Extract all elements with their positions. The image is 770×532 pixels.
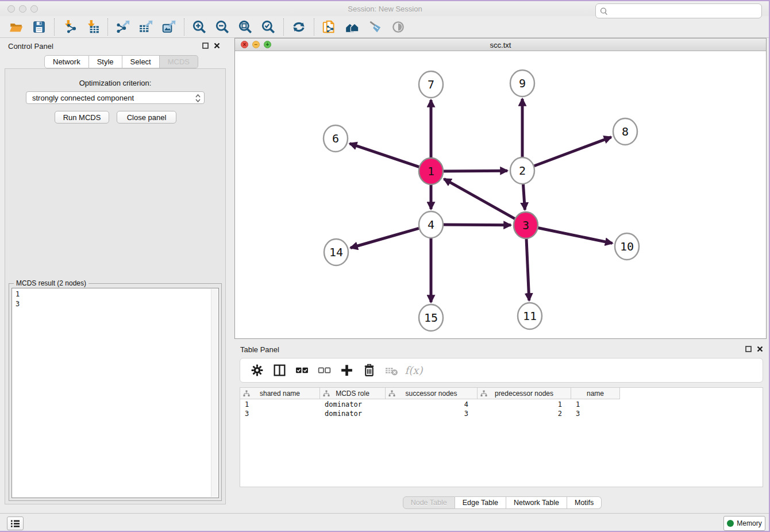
cell-name[interactable]: 1 — [571, 400, 620, 409]
cell-predecessor-nodes[interactable]: 1 — [478, 400, 571, 409]
node-9[interactable]: 9 — [510, 70, 534, 97]
import-network-icon[interactable] — [58, 17, 81, 37]
node-4[interactable]: 4 — [419, 211, 443, 238]
control-panel-tabs: NetworkStyleSelectMCDS — [44, 55, 198, 68]
checkboxes-checked-icon[interactable] — [293, 362, 310, 379]
search-box[interactable] — [595, 3, 762, 18]
save-session-icon[interactable] — [28, 17, 51, 37]
cell-shared-name[interactable]: 1 — [240, 400, 320, 409]
cell-predecessor-nodes[interactable]: 2 — [478, 409, 571, 418]
network-file-icon[interactable] — [318, 17, 341, 37]
cell-successor-nodes[interactable]: 3 — [386, 409, 478, 418]
network-window-titlebar[interactable]: × − + scc.txt — [235, 38, 766, 51]
node-table[interactable]: shared name MCDS role successor nodes pr… — [240, 387, 763, 487]
node-2[interactable]: 2 — [510, 157, 534, 184]
result-scrollbar[interactable] — [211, 289, 218, 497]
criterion-dropdown[interactable]: strongly connected component — [26, 91, 205, 104]
zoom-fit-icon[interactable] — [234, 17, 257, 37]
table-row[interactable]: 1dominator411 — [240, 400, 620, 409]
cell-name[interactable]: 3 — [571, 409, 620, 418]
node-7[interactable]: 7 — [419, 71, 443, 98]
column-header-MCDS-role[interactable]: MCDS role — [320, 388, 386, 399]
node-1[interactable]: 1 — [419, 158, 443, 184]
open-file-icon[interactable] — [5, 17, 28, 37]
svg-text:4: 4 — [428, 218, 434, 232]
svg-text:15: 15 — [424, 311, 438, 325]
svg-text:1: 1 — [428, 164, 434, 178]
node-3[interactable]: 3 — [514, 212, 538, 238]
task-history-button[interactable] — [7, 516, 24, 530]
home-icon[interactable] — [341, 17, 364, 37]
tab-network-table[interactable]: Network Table — [506, 496, 567, 509]
cell-MCDS-role[interactable]: dominator — [320, 409, 386, 418]
memory-button[interactable]: Memory — [723, 516, 765, 531]
edge-2-3[interactable] — [523, 183, 525, 210]
edge-4-14[interactable] — [351, 228, 420, 248]
settings-icon[interactable] — [248, 362, 265, 379]
table-panel-title: Table Panel — [240, 345, 279, 354]
svg-text:10: 10 — [620, 240, 634, 253]
svg-text:14: 14 — [329, 245, 343, 259]
close-panel-icon[interactable] — [214, 43, 220, 49]
float-panel-icon[interactable] — [202, 43, 209, 49]
split-columns-icon[interactable] — [271, 362, 288, 379]
import-table-icon[interactable] — [81, 17, 104, 37]
edge-1-2[interactable] — [442, 171, 507, 171]
delete-icon[interactable] — [360, 362, 378, 379]
column-header-shared-name[interactable]: shared name — [240, 388, 320, 399]
network-canvas[interactable]: 7 9 6 8 1 2 4 3 14 10 15 11 — [235, 51, 766, 338]
export-table-icon[interactable] — [134, 17, 157, 37]
criterion-value: strongly connected component — [32, 94, 134, 102]
tab-mcds[interactable]: MCDS — [160, 55, 198, 68]
svg-text:3: 3 — [522, 218, 529, 232]
export-network-icon[interactable] — [111, 17, 134, 37]
column-header-predecessor-nodes[interactable]: predecessor nodes — [478, 388, 571, 399]
column-header-successor-nodes[interactable]: successor nodes — [386, 388, 478, 399]
node-14[interactable]: 14 — [324, 239, 348, 265]
add-icon[interactable] — [338, 362, 355, 379]
run-mcds-button[interactable]: Run MCDS — [55, 111, 109, 124]
tab-edge-table[interactable]: Edge Table — [455, 496, 506, 509]
edge-3-10[interactable] — [537, 228, 613, 243]
node-8[interactable]: 8 — [613, 118, 637, 145]
column-header-name[interactable]: name — [571, 388, 620, 399]
refresh-network-icon[interactable] — [287, 17, 310, 37]
tab-style[interactable]: Style — [89, 55, 122, 68]
float-panel-icon[interactable] — [745, 346, 752, 352]
checkboxes-unchecked-icon[interactable] — [315, 362, 333, 379]
node-6[interactable]: 6 — [324, 125, 348, 152]
svg-text:8: 8 — [622, 125, 629, 138]
table-panel: Table Panel f(x) shared name MCDS role s… — [234, 342, 770, 513]
node-15[interactable]: 15 — [419, 304, 443, 331]
edge-3-1[interactable] — [444, 179, 516, 219]
tab-network[interactable]: Network — [44, 55, 89, 68]
node-10[interactable]: 10 — [615, 233, 639, 260]
memory-label: Memory — [737, 519, 761, 527]
close-panel-icon[interactable] — [757, 346, 763, 352]
zoom-selected-icon[interactable] — [257, 17, 280, 37]
tab-node-table[interactable]: Node Table — [403, 496, 455, 509]
close-panel-button[interactable]: Close panel — [117, 111, 176, 124]
search-input[interactable] — [611, 5, 759, 17]
edge-4-3[interactable] — [442, 225, 511, 225]
tab-motifs[interactable]: Motifs — [567, 496, 602, 509]
tab-select[interactable]: Select — [122, 55, 160, 68]
mcds-result-textarea[interactable]: 1 3 — [11, 288, 219, 498]
cell-shared-name[interactable]: 3 — [240, 409, 320, 418]
edge-1-6[interactable] — [350, 144, 421, 167]
edge-3-11[interactable] — [526, 237, 529, 300]
control-panel: Control Panel NetworkStyleSelectMCDS Opt… — [0, 38, 230, 513]
zoom-in-icon[interactable] — [188, 17, 211, 37]
cell-MCDS-role[interactable]: dominator — [320, 400, 386, 409]
hide-icon[interactable] — [387, 17, 410, 37]
table-row[interactable]: 3dominator323 — [240, 409, 620, 418]
export-image-icon[interactable] — [157, 17, 180, 37]
optimization-criterion-label: Optimization criterion: — [5, 79, 225, 87]
node-11[interactable]: 11 — [518, 303, 542, 329]
apply-style-icon[interactable] — [364, 17, 387, 37]
function-icon: f(x) — [405, 362, 422, 379]
cell-successor-nodes[interactable]: 4 — [386, 400, 478, 409]
edge-2-8[interactable] — [533, 137, 611, 167]
zoom-out-icon[interactable] — [211, 17, 234, 37]
main-toolbar — [0, 16, 770, 38]
